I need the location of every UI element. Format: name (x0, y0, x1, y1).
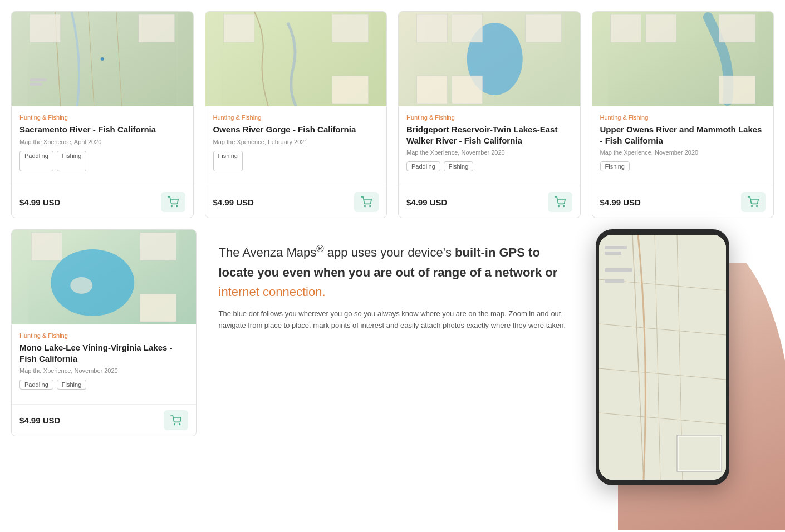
card-publisher: Map the Xperience, November 2020 (406, 149, 572, 156)
tag: Paddling (19, 151, 53, 172)
card-footer: $4.99 USD (12, 404, 196, 436)
svg-point-7 (101, 57, 104, 61)
tag: Fishing (444, 161, 473, 171)
svg-rect-31 (719, 76, 755, 104)
svg-rect-29 (645, 14, 676, 42)
card-publisher: Map the Xperience, February 2021 (213, 139, 379, 145)
svg-point-40 (174, 424, 175, 425)
card-footer: $4.99 USD (12, 186, 193, 218)
add-to-cart-button[interactable] (354, 192, 379, 212)
card-price: $4.99 USD (600, 198, 641, 207)
product-card-upper-owens: Hunting & Fishing Upper Owens River and … (592, 11, 774, 218)
svg-point-32 (752, 206, 753, 207)
svg-rect-21 (452, 14, 483, 42)
card-category: Hunting & Fishing (19, 332, 188, 339)
card-map-image (205, 12, 387, 106)
svg-rect-15 (332, 76, 368, 104)
card-footer: $4.99 USD (205, 186, 387, 218)
card-title: Sacramento River - Fish California (19, 124, 185, 135)
tag: Paddling (19, 380, 53, 390)
svg-rect-55 (679, 437, 720, 470)
svg-point-11 (176, 206, 177, 207)
svg-rect-39 (140, 294, 176, 322)
card-category: Hunting & Fishing (406, 114, 572, 121)
card-price: $4.99 USD (406, 198, 447, 207)
svg-rect-5 (30, 14, 61, 42)
phone-device (596, 229, 729, 485)
svg-rect-9 (30, 83, 42, 86)
svg-rect-52 (605, 268, 632, 272)
tag: Fishing (57, 151, 86, 172)
phone-map (599, 235, 726, 480)
card-body: Hunting & Fishing Upper Owens River and … (592, 106, 774, 186)
add-to-cart-button[interactable] (548, 192, 572, 212)
svg-rect-30 (719, 14, 755, 42)
card-body: Hunting & Fishing Owens River Gorge - Fi… (205, 106, 387, 186)
bottom-section: Hunting & Fishing Mono Lake-Lee Vining-V… (11, 229, 774, 519)
svg-point-35 (51, 249, 134, 316)
card-category: Hunting & Fishing (600, 114, 766, 121)
svg-rect-38 (140, 233, 176, 260)
card-tags: PaddlingFishing (19, 380, 188, 390)
svg-point-10 (171, 206, 172, 207)
card-title: Bridgeport Reservoir-Twin Lakes-East Wal… (406, 124, 572, 146)
card-price: $4.99 USD (19, 198, 60, 207)
card-map-image (592, 12, 774, 106)
svg-point-41 (179, 424, 180, 425)
svg-point-16 (365, 206, 366, 207)
phone-screen (599, 235, 726, 480)
card-body: Hunting & Fishing Sacramento River - Fis… (12, 106, 193, 186)
svg-rect-24 (452, 76, 483, 104)
card-price: $4.99 USD (19, 416, 60, 425)
card-footer: $4.99 USD (399, 186, 580, 218)
tag: Paddling (406, 161, 440, 171)
product-grid: Hunting & Fishing Sacramento River - Fis… (11, 11, 774, 218)
product-card-sacramento: Hunting & Fishing Sacramento River - Fis… (11, 11, 194, 218)
add-to-cart-button[interactable] (164, 410, 188, 430)
svg-rect-23 (417, 76, 448, 104)
svg-rect-22 (526, 14, 562, 42)
svg-rect-13 (223, 14, 254, 42)
svg-point-33 (757, 206, 758, 207)
svg-rect-53 (605, 279, 624, 283)
card-tags: Fishing (213, 151, 379, 172)
svg-rect-20 (417, 14, 448, 42)
svg-point-25 (558, 206, 559, 207)
card-publisher: Map the Xperience, November 2020 (19, 367, 188, 374)
card-body: Hunting & Fishing Bridgeport Reservoir-T… (399, 106, 580, 186)
add-to-cart-button[interactable] (161, 192, 185, 212)
svg-rect-14 (332, 14, 368, 42)
card-body: Hunting & Fishing Mono Lake-Lee Vining-V… (12, 324, 196, 404)
card-footer: $4.99 USD (592, 186, 774, 218)
svg-rect-50 (605, 246, 627, 249)
card-map-image (12, 12, 193, 106)
card-map-image (399, 12, 580, 106)
promo-subtext: The blue dot follows you wherever you go… (219, 308, 567, 332)
svg-point-17 (370, 206, 371, 207)
card-publisher: Map the Xperience, November 2020 (600, 149, 766, 156)
svg-point-26 (563, 206, 564, 207)
tag: Fishing (57, 380, 86, 390)
svg-point-36 (70, 277, 92, 294)
svg-rect-51 (605, 252, 621, 255)
svg-rect-28 (610, 14, 641, 42)
promo-headline: The Avenza Maps® app uses your device's … (219, 240, 567, 302)
card-category: Hunting & Fishing (213, 114, 379, 121)
card-map-image (12, 230, 196, 324)
product-card-owens-gorge: Hunting & Fishing Owens River Gorge - Fi… (205, 11, 387, 218)
card-tags: Fishing (600, 161, 766, 171)
product-card-mono-lake: Hunting & Fishing Mono Lake-Lee Vining-V… (11, 229, 197, 436)
card-category: Hunting & Fishing (19, 114, 185, 121)
card-tags: PaddlingFishing (19, 151, 185, 172)
product-card-bridgeport: Hunting & Fishing Bridgeport Reservoir-T… (398, 11, 581, 218)
promo-section: The Avenza Maps® app uses your device's … (208, 229, 578, 342)
card-title: Mono Lake-Lee Vining-Virginia Lakes - Fi… (19, 342, 188, 364)
card-title: Owens River Gorge - Fish California (213, 124, 379, 135)
add-to-cart-button[interactable] (741, 192, 766, 212)
card-publisher: Map the Xperience, April 2020 (19, 139, 185, 145)
svg-rect-6 (139, 14, 175, 42)
phone-illustration (589, 229, 774, 519)
card-title: Upper Owens River and Mammoth Lakes - Fi… (600, 124, 766, 146)
card-tags: PaddlingFishing (406, 161, 572, 171)
card-price: $4.99 USD (213, 198, 254, 207)
